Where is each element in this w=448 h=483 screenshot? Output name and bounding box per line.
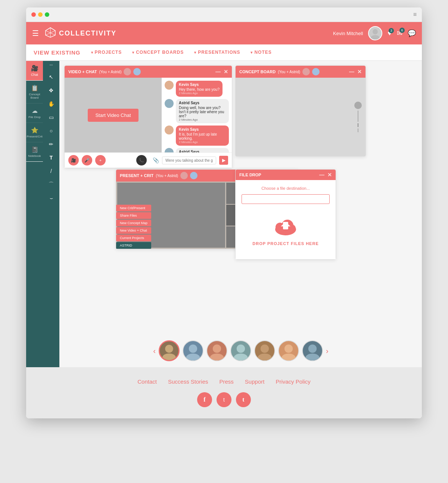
file-dest-input[interactable] xyxy=(242,194,330,204)
dot-red[interactable] xyxy=(31,12,36,17)
concept-board-title: CONCEPT BOARD xyxy=(239,69,276,74)
sidebar-nav-concept[interactable]: 📋 Concept Board xyxy=(26,81,43,103)
concept-boards-nav-item[interactable]: ▾ CONCEPT BOARDS xyxy=(132,50,184,55)
circle-tool[interactable]: ○ xyxy=(45,125,57,137)
sidebar-nav-present[interactable]: ⭐ Present/Crit xyxy=(26,123,43,142)
browser-chrome: ≡ xyxy=(26,7,422,22)
file-drop-body: Choose a file destination... DROP PRO xyxy=(236,180,336,259)
video-btn[interactable]: 🎥 xyxy=(68,155,79,165)
notes-nav-item[interactable]: ▾ NOTES xyxy=(251,50,271,55)
hamburger-icon[interactable]: ☰ xyxy=(32,29,39,38)
move-tool[interactable]: ✥ xyxy=(45,84,57,96)
main-content: 🎥 Chat 📋 Concept Board ☁ File Drop ⭐ Pre… xyxy=(26,61,422,367)
tool-bar: ••• ↖ ✥ ✋ ▭ ○ ✏ T / ⌒ ⌣ xyxy=(43,61,60,367)
avatar-next-btn[interactable]: › xyxy=(326,347,329,355)
concept-board-canvas[interactable] xyxy=(236,78,365,156)
present-avatar2 xyxy=(190,172,197,179)
file-drop-minimize[interactable]: — xyxy=(319,172,324,178)
projects-nav-item[interactable]: ▾ PROJECTS xyxy=(91,50,122,55)
video-chat-close[interactable]: ✕ xyxy=(224,69,228,75)
file-dest-label: Choose a file destination... xyxy=(261,186,310,191)
notebook-label: Notebook xyxy=(28,154,41,158)
svg-point-23 xyxy=(281,353,295,361)
mic-btn[interactable]: 🎤 xyxy=(82,155,92,165)
footer-contact[interactable]: Contact xyxy=(137,378,157,385)
upload-cloud-icon xyxy=(273,215,299,238)
present-crit-title-area: PRESENT + CRIT (You + Astrid) xyxy=(120,172,197,179)
dot-green[interactable] xyxy=(45,12,49,17)
presentations-nav-item[interactable]: ▾ PRESENTATIONS xyxy=(194,50,240,55)
drop-label: DROP PROJECT FILES HERE xyxy=(252,241,318,246)
menu-astrid[interactable]: ASTRID xyxy=(116,242,151,249)
scroll-track xyxy=(358,111,358,122)
concept-minimize[interactable]: — xyxy=(349,69,354,75)
dot-yellow[interactable] xyxy=(38,12,43,17)
profile-avatar-7[interactable] xyxy=(302,340,323,361)
scroll-up-btn[interactable] xyxy=(354,102,362,109)
menu-share-files[interactable]: Share Files xyxy=(116,212,151,219)
favorites-icon[interactable]: ♥ 3 xyxy=(388,30,392,37)
profile-avatar-2[interactable] xyxy=(183,340,203,361)
chat-message-4: Astrid Says Well awesome! Do you want to… xyxy=(165,148,229,152)
facebook-btn[interactable]: f xyxy=(197,392,212,407)
msg3-avatar xyxy=(165,126,174,134)
concept-board-header: CONCEPT BOARD (You + Astrid) — ✕ xyxy=(236,66,365,78)
cursor-tool[interactable]: ↖ xyxy=(45,71,57,83)
twitter-btn[interactable]: t xyxy=(217,392,231,407)
menu-new-video-chat[interactable]: New Video + Chat xyxy=(116,227,151,234)
chat-input-field[interactable] xyxy=(162,157,216,164)
sidebar-nav-chat[interactable]: 🎥 Chat xyxy=(26,61,43,81)
tumblr-btn[interactable]: t xyxy=(236,392,251,407)
send-button[interactable]: ▶ xyxy=(219,156,228,165)
footer-privacy-policy[interactable]: Privacy Policy xyxy=(276,378,310,385)
svg-point-25 xyxy=(305,353,319,361)
present-crit-label: Present/Crit xyxy=(27,135,42,138)
concept-boards-arrow-icon: ▾ xyxy=(132,50,134,55)
footer-press[interactable]: Press xyxy=(220,378,234,385)
video-chat-minimize[interactable]: — xyxy=(215,69,221,75)
hand-tool[interactable]: ✋ xyxy=(45,98,57,110)
file-drop-close[interactable]: ✕ xyxy=(327,172,332,178)
sidebar-nav-notebook[interactable]: 📓 Notebook xyxy=(26,142,43,162)
user-name[interactable]: Kevin Mitchell xyxy=(333,31,363,36)
profile-avatar-6[interactable] xyxy=(278,340,299,361)
file-drop-title: FILE DROP xyxy=(239,173,261,177)
pen-tool[interactable]: ✏ xyxy=(45,138,57,150)
arrow-tool[interactable]: ⌒ xyxy=(45,179,57,191)
footer-success-stories[interactable]: Success Stories xyxy=(168,378,208,385)
mail-icon[interactable]: ✉ 6 xyxy=(397,29,402,37)
shape-tool[interactable]: ▭ xyxy=(45,111,57,123)
text-tool[interactable]: T xyxy=(45,152,57,164)
avatar-prev-btn[interactable]: ‹ xyxy=(153,347,156,355)
top-nav: ☰ COLLECTIVITY Kevin Mitchell xyxy=(26,22,422,44)
menu-new-crit[interactable]: New Crit/Present xyxy=(116,205,151,211)
chat-label: Chat xyxy=(31,73,38,77)
chat-message-3: Kevin Says It is, but I'm just up late w… xyxy=(165,126,229,146)
msg4-bubble: Astrid Says Well awesome! Do you want to… xyxy=(176,148,229,152)
svg-point-12 xyxy=(165,345,173,353)
line-tool[interactable]: / xyxy=(45,165,57,177)
chat-icon: 🎥 xyxy=(31,65,38,72)
video-chat-avatar1 xyxy=(124,68,131,75)
profile-avatar-1[interactable] xyxy=(159,340,180,361)
start-video-button[interactable]: Start Video Chat xyxy=(88,109,138,122)
end-call-btn[interactable]: 📞 xyxy=(136,155,147,165)
concept-board-icon: 📋 xyxy=(31,84,38,92)
add-btn[interactable]: + xyxy=(95,155,106,165)
sidebar-nav-filedrop[interactable]: ☁ File Drop xyxy=(26,103,43,123)
browser-menu-icon[interactable]: ≡ xyxy=(413,11,417,18)
curve-tool[interactable]: ⌣ xyxy=(45,192,57,204)
user-avatar[interactable] xyxy=(368,26,382,40)
footer-support[interactable]: Support xyxy=(245,378,265,385)
svg-point-17 xyxy=(210,353,224,361)
profile-avatar-4[interactable] xyxy=(230,340,251,361)
file-drop-title-area: FILE DROP xyxy=(239,173,261,177)
chat-nav-icon[interactable]: 💬 xyxy=(408,29,416,37)
concept-avatar2 xyxy=(312,68,320,75)
menu-current-projects[interactable]: Current Projects xyxy=(116,235,151,241)
file-drop-zone[interactable]: DROP PROJECT FILES HERE xyxy=(252,208,318,253)
menu-new-concept-map[interactable]: New Concept Map xyxy=(116,220,151,226)
profile-avatar-5[interactable] xyxy=(254,340,275,361)
profile-avatar-3[interactable] xyxy=(206,340,227,361)
concept-close[interactable]: ✕ xyxy=(357,69,362,75)
